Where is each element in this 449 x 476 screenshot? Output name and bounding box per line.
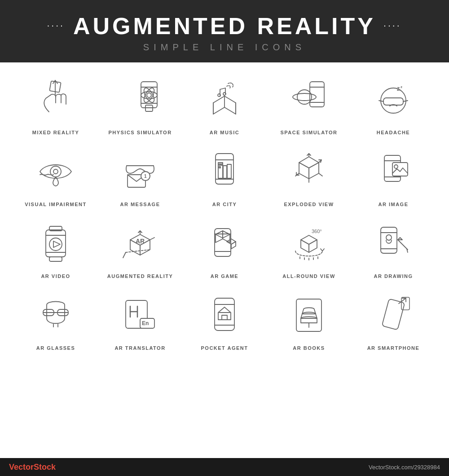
icon-label: AR BOOKS [293, 345, 325, 351]
svg-point-18 [381, 88, 406, 113]
icon-label: AR TRANSLATOR [114, 345, 165, 351]
svg-text:1: 1 [144, 174, 147, 179]
subtitle-text: SIMPLE LINE ICONS [9, 42, 440, 53]
icon-label: AR MUSIC [210, 130, 239, 135]
icon-label: POCKET AGENT [201, 345, 248, 351]
list-item: EXPLODED VIEW [267, 143, 351, 211]
list-item: AR AUGMENTED REALITY [98, 215, 182, 282]
all-round-view-icon: 360° [284, 220, 334, 269]
icon-label: SPACE SIMULATOR [280, 130, 337, 135]
ar-video-icon [31, 220, 80, 269]
svg-rect-36 [219, 164, 220, 165]
svg-point-12 [223, 93, 226, 95]
icon-label: AR IMAGE [379, 202, 409, 207]
icon-label: AR GAME [211, 273, 238, 279]
svg-line-21 [403, 101, 408, 101]
icon-label: AR MESSAGE [120, 202, 160, 207]
icon-label: AR DRAWING [374, 273, 413, 279]
page-header: ···· AUGMENTED REALITY ···· SIMPLE LINE … [0, 0, 449, 62]
main-title: ···· AUGMENTED REALITY ···· [9, 13, 440, 40]
list-item: AR IMAGE [351, 143, 436, 211]
icon-label: AR CITY [212, 202, 237, 207]
icon-label: AUGMENTED REALITY [107, 273, 173, 279]
icon-label: AR GLASSES [36, 345, 75, 351]
svg-rect-89 [215, 298, 234, 331]
icon-label: ALL-ROUND VIEW [282, 273, 335, 279]
svg-point-6 [147, 93, 151, 97]
augmented-reality-icon: AR [115, 220, 165, 269]
list-item: MIXED REALITY [13, 71, 98, 139]
exploded-view-icon [284, 148, 334, 197]
list-item: AR BOOKS [267, 287, 351, 354]
icon-label: HEADACHE [377, 130, 410, 135]
svg-rect-38 [219, 167, 220, 168]
icons-section: MIXED REALITY PHYSICS SIM [0, 62, 449, 354]
svg-rect-98 [401, 297, 409, 310]
svg-point-11 [218, 94, 220, 97]
ar-drawing-icon [369, 220, 418, 269]
svg-line-60 [150, 238, 154, 240]
ar-books-icon [284, 291, 334, 341]
ar-city-icon [200, 148, 249, 197]
svg-point-74 [386, 235, 392, 240]
list-item: AR MUSIC [182, 71, 267, 139]
headache-icon: Z z [369, 76, 418, 125]
title-text: AUGMENTED REALITY [73, 13, 376, 40]
svg-rect-48 [392, 163, 408, 176]
list-item: AR DRAWING [351, 215, 436, 282]
ar-translator-icon: En [115, 291, 165, 341]
svg-rect-50 [46, 230, 66, 257]
ar-message-icon: 1 [115, 148, 165, 197]
icon-label: AR SMARTPHONE [367, 345, 420, 351]
list-item: POCKET AGENT [182, 287, 267, 354]
svg-line-61 [123, 252, 126, 258]
svg-marker-92 [218, 307, 231, 320]
list-item: Z z HEADACHE [351, 71, 436, 139]
svg-text:AR: AR [136, 238, 145, 245]
ar-smartphone-icon [369, 291, 418, 341]
icon-label: VISUAL IMPAIRMENT [25, 202, 87, 207]
svg-rect-37 [221, 164, 223, 165]
page-footer: VectorStock VectorStock.com/29328984 [0, 458, 449, 476]
svg-point-25 [53, 169, 58, 174]
icon-label: PHYSICS SIMULATOR [108, 130, 172, 135]
icon-label: AR VIDEO [41, 273, 70, 279]
svg-text:z: z [401, 85, 402, 89]
svg-rect-54 [49, 257, 62, 261]
footer-url: VectorStock.com/29328984 [369, 464, 440, 471]
icon-label: MIXED REALITY [32, 130, 79, 135]
list-item: AR SMARTPHONE [351, 287, 436, 354]
list-item: AR CITY [182, 143, 267, 211]
pocket-agent-icon [200, 291, 249, 341]
svg-rect-10 [145, 105, 153, 111]
space-simulator-icon [284, 76, 334, 125]
list-item: En AR TRANSLATOR [98, 287, 182, 354]
svg-rect-19 [383, 98, 403, 105]
right-dots: ···· [384, 22, 402, 30]
svg-rect-3 [141, 82, 157, 108]
list-item: SPACE SIMULATOR [267, 71, 351, 139]
list-item: AR GLASSES [13, 287, 98, 354]
svg-rect-35 [227, 164, 231, 178]
list-item: 1 AR MESSAGE [98, 143, 182, 211]
svg-line-44 [319, 173, 322, 176]
svg-text:En: En [142, 320, 149, 326]
svg-marker-56 [53, 241, 60, 247]
ar-glasses-icon [31, 291, 80, 341]
left-dots: ···· [47, 22, 65, 30]
ar-music-icon [200, 76, 249, 125]
physics-simulator-icon [115, 76, 165, 125]
footer-brand: VectorStock [9, 463, 56, 472]
icon-label: EXPLODED VIEW [284, 202, 334, 207]
ar-game-icon [200, 220, 249, 269]
list-item: AR GAME [182, 215, 267, 282]
svg-text:Z: Z [397, 87, 400, 92]
svg-text:360°: 360° [312, 229, 322, 234]
list-item: VISUAL IMPAIRMENT [13, 143, 98, 211]
svg-rect-34 [223, 166, 227, 178]
list-item: PHYSICS SIMULATOR [98, 71, 182, 139]
svg-line-20 [379, 101, 383, 101]
list-item: AR VIDEO [13, 215, 98, 282]
svg-line-75 [398, 240, 408, 250]
svg-point-17 [293, 93, 316, 101]
